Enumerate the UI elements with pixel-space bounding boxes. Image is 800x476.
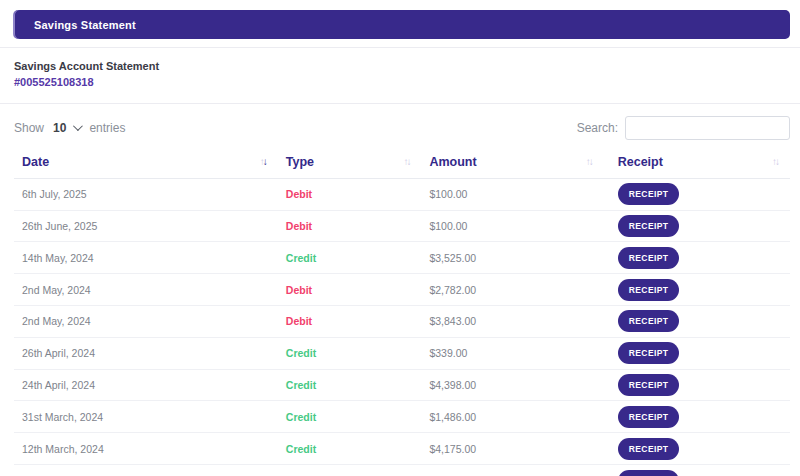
amount-cell: $1,486.00 — [421, 401, 603, 433]
column-header-type[interactable]: Type — [278, 148, 422, 179]
receipt-button[interactable]: RECEIPT — [618, 438, 680, 460]
type-cell: Credit — [278, 337, 422, 369]
column-header-date[interactable]: Date — [14, 148, 278, 179]
date-cell: 24th February, 2024 — [14, 465, 278, 476]
receipt-button[interactable]: RECEIPT — [618, 470, 680, 476]
date-cell: 2nd May, 2024 — [14, 274, 278, 306]
type-cell: Credit — [278, 433, 422, 465]
type-cell: Debit — [278, 274, 422, 306]
chevron-down-icon — [73, 122, 83, 132]
table-row: 12th March, 2024 Credit $4,175.00 RECEIP… — [14, 433, 790, 465]
receipt-button[interactable]: RECEIPT — [618, 310, 680, 332]
table-row: 2nd May, 2024 Debit $3,843.00 RECEIPT — [14, 306, 790, 338]
receipt-button[interactable]: RECEIPT — [618, 406, 680, 428]
table-header-row: Date Type Amount Receipt — [14, 148, 790, 179]
amount-cell: $4,398.00 — [421, 369, 603, 401]
search-input[interactable] — [625, 116, 790, 140]
receipt-button[interactable]: RECEIPT — [618, 247, 680, 269]
type-cell: Credit — [278, 401, 422, 433]
date-cell: 2nd May, 2024 — [14, 306, 278, 338]
table-row: 2nd May, 2024 Debit $2,782.00 RECEIPT — [14, 274, 790, 306]
table-row: 24th February, 2024 Credit $2,584.00 REC… — [14, 465, 790, 476]
table-row: 26th June, 2025 Debit $100.00 RECEIPT — [14, 210, 790, 242]
type-cell: Credit — [278, 369, 422, 401]
date-cell: 14th May, 2024 — [14, 242, 278, 274]
amount-cell: $100.00 — [421, 178, 603, 210]
amount-cell: $3,843.00 — [421, 306, 603, 338]
sort-icon — [260, 156, 270, 167]
amount-cell: $4,175.00 — [421, 433, 603, 465]
amount-cell: $339.00 — [421, 337, 603, 369]
account-number: #005525108318 — [14, 75, 786, 91]
date-cell: 26th April, 2024 — [14, 337, 278, 369]
search-label: Search: — [577, 121, 618, 135]
date-cell: 12th March, 2024 — [14, 433, 278, 465]
statement-heading: Savings Account Statement #005525108318 — [0, 48, 800, 103]
type-cell: Debit — [278, 178, 422, 210]
type-cell: Credit — [278, 465, 422, 476]
sort-icon — [586, 156, 596, 167]
date-cell: 31st March, 2024 — [14, 401, 278, 433]
entries-length-control: Show 10 entries — [14, 121, 125, 135]
receipt-button[interactable]: RECEIPT — [618, 183, 680, 205]
sort-icon — [772, 156, 782, 167]
sort-icon — [403, 156, 413, 167]
receipt-button[interactable]: RECEIPT — [618, 342, 680, 364]
entries-per-page-value: 10 — [53, 121, 66, 135]
table-row: 14th May, 2024 Credit $3,525.00 RECEIPT — [14, 242, 790, 274]
statement-title: Savings Account Statement — [14, 59, 786, 75]
page-title: Savings Statement — [34, 19, 136, 31]
table-controls: Show 10 entries Search: — [0, 104, 800, 148]
amount-cell: $2,782.00 — [421, 274, 603, 306]
table-row: 26th April, 2024 Credit $339.00 RECEIPT — [14, 337, 790, 369]
receipt-button[interactable]: RECEIPT — [618, 215, 680, 237]
amount-cell: $2,584.00 — [421, 465, 603, 476]
type-cell: Debit — [278, 210, 422, 242]
table-row: 24th April, 2024 Credit $4,398.00 RECEIP… — [14, 369, 790, 401]
type-cell: Debit — [278, 306, 422, 338]
column-header-receipt[interactable]: Receipt — [604, 148, 790, 179]
amount-cell: $3,525.00 — [421, 242, 603, 274]
search-control: Search: — [577, 116, 790, 140]
date-cell: 26th June, 2025 — [14, 210, 278, 242]
entries-label: entries — [89, 121, 125, 135]
receipt-button[interactable]: RECEIPT — [618, 279, 680, 301]
amount-cell: $100.00 — [421, 210, 603, 242]
entries-per-page-select[interactable]: 10 — [53, 121, 80, 135]
table-row: 6th July, 2025 Debit $100.00 RECEIPT — [14, 178, 790, 210]
page-header-bar: Savings Statement — [14, 10, 790, 39]
type-cell: Credit — [278, 242, 422, 274]
show-label: Show — [14, 121, 44, 135]
column-header-amount[interactable]: Amount — [421, 148, 603, 179]
date-cell: 6th July, 2025 — [14, 178, 278, 210]
receipt-button[interactable]: RECEIPT — [618, 374, 680, 396]
transactions-table: Date Type Amount Receipt — [14, 148, 790, 476]
table-row: 31st March, 2024 Credit $1,486.00 RECEIP… — [14, 401, 790, 433]
date-cell: 24th April, 2024 — [14, 369, 278, 401]
